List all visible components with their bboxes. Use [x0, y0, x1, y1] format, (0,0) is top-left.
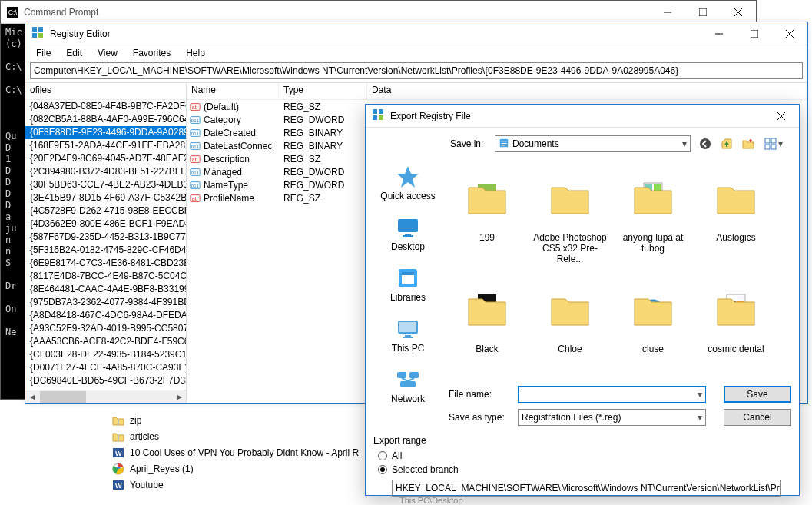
desktop-item[interactable]: WYoutube	[111, 477, 359, 493]
value-icon: 011	[188, 141, 202, 151]
tree-item[interactable]: {048A37ED-08E0-4F4B-9B7C-FA2DFC	[25, 100, 186, 113]
file-item[interactable]: Auslogics	[694, 164, 777, 276]
place-libraries[interactable]: Libraries	[390, 266, 426, 303]
regedit-close-button[interactable]	[772, 22, 807, 45]
radio-all[interactable]: All	[373, 449, 791, 463]
tree-item[interactable]: {587F67D9-235D-4452-B313-1B9C77A	[25, 231, 186, 244]
menu-favorites[interactable]: Favorites	[125, 46, 178, 60]
tree-item[interactable]: {168F9F51-2ADA-44CE-91FE-EBA282	[25, 139, 186, 152]
svg-rect-9	[38, 33, 43, 38]
menu-file[interactable]: File	[28, 46, 58, 60]
col-data[interactable]: Data	[367, 83, 807, 99]
svg-point-48	[700, 138, 711, 149]
tree-item[interactable]: {4D3662E9-800E-486E-BCF1-F9EAD42	[25, 218, 186, 231]
up-button[interactable]	[718, 135, 735, 152]
chevron-down-icon[interactable]: ▾	[698, 412, 702, 423]
place-network[interactable]: Network	[391, 367, 425, 404]
tree-item[interactable]: {4C5728F9-D262-4715-98E8-EECCBF	[25, 204, 186, 218]
tree-item[interactable]: {DC69840E-BD65-49CF-B673-2F7D33	[25, 374, 186, 387]
file-item[interactable]: Adobe Photoshop CS5 x32 Pre-Rele...	[529, 164, 611, 276]
chevron-down-icon[interactable]: ▾	[698, 389, 702, 400]
scroll-left-icon[interactable]: ◂	[25, 390, 38, 404]
place-quick[interactable]: Quick access	[380, 164, 435, 201]
tree-item[interactable]: {2C894980-B372-4D83-BF51-227BFE9	[25, 165, 186, 178]
values-header[interactable]: Name Type Data	[187, 83, 807, 100]
file-item[interactable]: Chloe	[529, 276, 611, 383]
menu-help[interactable]: Help	[178, 46, 213, 60]
tree-item[interactable]: {5F316B2A-0182-4745-829C-CF46D4E	[25, 244, 186, 257]
file-item[interactable]: ⠀cosmic dental	[694, 276, 777, 383]
savetype-combo[interactable]: Registration Files (*.reg) ▾	[518, 409, 706, 426]
tree-item[interactable]: {AAA53CB6-ACF8-42C2-BDE4-F59C6	[25, 335, 186, 348]
view-menu-button[interactable]: ▾	[761, 135, 786, 152]
svg-text:ab: ab	[192, 195, 198, 201]
desktop-item-label: 10 Cool Uses of VPN You Probably Didnt K…	[130, 447, 359, 458]
tree-pane[interactable]: ofiles {048A37ED-08E0-4F4B-9B7C-FA2DFC{0…	[25, 83, 187, 403]
desktop-item[interactable]: April_Reyes (1)	[111, 460, 359, 477]
tree-item[interactable]: {0F3E88DE-9E23-4496-9DDA-9A02899	[25, 126, 186, 139]
regedit-addressbar[interactable]: Computer\HKEY_LOCAL_MACHINE\SOFTWARE\Mic…	[30, 62, 803, 79]
tree-item[interactable]: {3E415B97-8D15-4F69-A37F-C5342B9	[25, 191, 186, 204]
export-titlebar: Export Registry File	[366, 105, 799, 128]
svg-text:ab: ab	[192, 104, 198, 109]
branch-path-input[interactable]: HKEY_LOCAL_MACHINE\SOFTWARE\Microsoft\Wi…	[392, 480, 781, 497]
tree-item[interactable]: {D0071F27-4FCE-4A85-870C-CA93F1	[25, 361, 186, 374]
place-desktop[interactable]: Desktop	[391, 215, 425, 252]
tree-item[interactable]: {6E9E8174-C7C3-4E36-8481-CBD23E8	[25, 257, 186, 270]
svg-rect-3	[699, 8, 707, 16]
tree-item[interactable]: {CF003E28-DE22-4935-B184-5239C18	[25, 348, 186, 361]
cmd-close-button[interactable]	[721, 1, 756, 24]
value-name: Managed	[202, 167, 279, 178]
tree-h-scrollbar[interactable]: ◂ ▸	[25, 390, 186, 403]
chrome-icon	[111, 462, 125, 476]
regedit-minimize-button[interactable]	[701, 22, 737, 45]
svg-rect-62	[405, 335, 411, 337]
value-name: NameType	[202, 180, 279, 191]
col-name[interactable]: Name	[187, 83, 279, 99]
file-item[interactable]: ØETICAMWORK199	[446, 164, 529, 276]
desktop-item[interactable]: zip	[111, 412, 359, 428]
value-icon: ab	[188, 101, 202, 112]
tree-item[interactable]: {082CB5A1-88BA-4AF0-A99E-796C64	[25, 113, 186, 126]
tree-item[interactable]: {8E464481-CAAC-4A4E-9BF8-B33199	[25, 283, 186, 296]
menu-view[interactable]: View	[90, 46, 125, 60]
regedit-maximize-button[interactable]	[737, 22, 772, 45]
tree-item[interactable]: {30F5BD63-CCE7-4BE2-AB23-4DEB3A	[25, 178, 186, 191]
value-type: REG_DWORD	[279, 115, 367, 125]
desktop-item[interactable]: articles	[111, 428, 359, 444]
new-folder-button[interactable]	[740, 135, 757, 152]
filename-input[interactable]: ▾	[518, 386, 706, 403]
folder-icon	[545, 279, 595, 341]
svg-rect-46	[502, 143, 507, 144]
place-thispc[interactable]: This PC	[392, 317, 425, 354]
cmd-minimize-button[interactable]	[650, 1, 685, 24]
scroll-right-icon[interactable]: ▸	[173, 390, 186, 404]
radio-selected-branch[interactable]: Selected branch	[373, 463, 791, 477]
svg-text:ab: ab	[192, 156, 198, 161]
file-item[interactable]: Black	[446, 276, 529, 383]
svg-rect-41	[379, 115, 383, 120]
scroll-thumb[interactable]	[40, 391, 86, 403]
svg-rect-49	[765, 138, 770, 143]
folder-icon	[462, 279, 512, 341]
tree-item[interactable]: {A93C52F9-32AD-4019-B995-CC5807	[25, 322, 186, 335]
menu-edit[interactable]: Edit	[58, 46, 90, 60]
file-area[interactable]: ØETICAMWORK199Adobe Photoshop CS5 x32 Pr…	[442, 160, 791, 383]
back-button[interactable]	[697, 135, 714, 152]
tree-item[interactable]: {A8D48418-467C-4DC6-98A4-DFEDA	[25, 309, 186, 322]
tree-item[interactable]: {975DB7A3-2362-4077-9384-4F391BD	[25, 296, 186, 309]
export-close-button[interactable]	[764, 105, 799, 128]
savein-combo[interactable]: Documents ▾	[495, 135, 691, 152]
folder-icon: ⠀	[711, 279, 761, 341]
file-item[interactable]: cluse	[611, 276, 694, 383]
file-item[interactable]: anyong lupa at tubog	[611, 164, 694, 276]
tree-item[interactable]: {20E2D4F9-8C69-4045-AD7F-48EAF22	[25, 152, 186, 165]
tree-item[interactable]: {8117E4D8-7BCC-4E49-B87C-5C04C4	[25, 270, 186, 283]
col-type[interactable]: Type	[279, 83, 367, 99]
save-button[interactable]: Save	[724, 386, 791, 403]
cmd-maximize-button[interactable]	[685, 1, 721, 24]
svg-rect-66	[409, 372, 419, 378]
folder-zip-icon	[111, 430, 125, 444]
desktop-item[interactable]: W10 Cool Uses of VPN You Probably Didnt …	[111, 444, 359, 460]
cancel-button[interactable]: Cancel	[724, 409, 791, 426]
